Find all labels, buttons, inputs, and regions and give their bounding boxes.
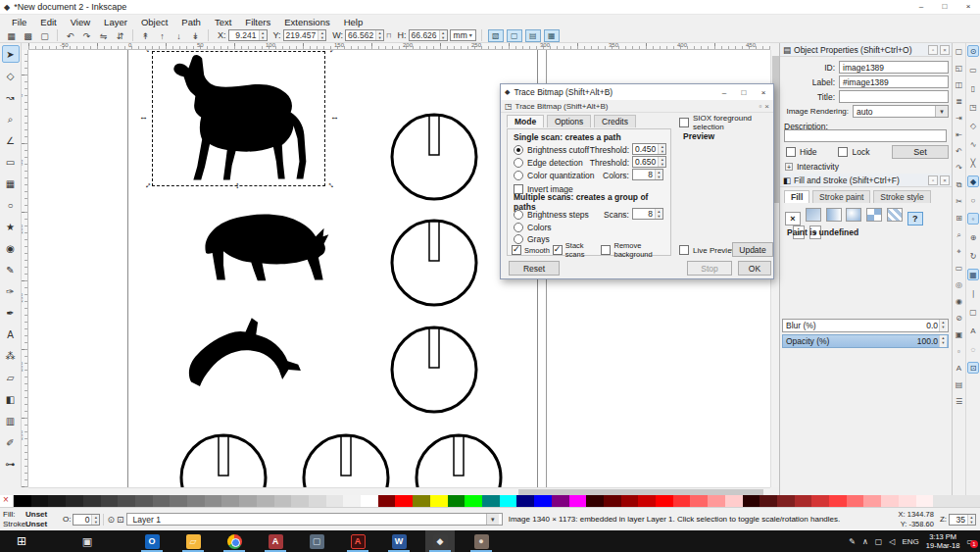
opacity-slider[interactable]: Opacity (%) 100.0 ▴▾ xyxy=(782,334,949,348)
palette-swatch-32[interactable] xyxy=(569,495,587,507)
menu-view[interactable]: View xyxy=(65,16,96,28)
bucket-fill-tool[interactable]: ◧ xyxy=(2,390,20,408)
taskbar-app-inkscape[interactable]: ◆ xyxy=(425,530,455,552)
snap-text-baseline-icon[interactable]: A xyxy=(967,325,979,336)
snap-center-icon[interactable]: ⊕ xyxy=(967,231,979,243)
minimize-button[interactable]: – xyxy=(714,85,734,100)
network-icon[interactable]: ▢ xyxy=(875,537,883,546)
zoom-page-icon[interactable]: ▭ xyxy=(954,262,965,274)
star-tool[interactable]: ★ xyxy=(2,218,20,235)
taskbar-app-word[interactable]: W xyxy=(384,530,414,552)
redo-icon[interactable]: ↷ xyxy=(954,162,965,174)
gradient-tool[interactable]: ▥ xyxy=(2,412,20,429)
palette-swatch-49[interactable] xyxy=(863,495,881,507)
horizontal-scrollbar[interactable] xyxy=(28,487,770,495)
palette-swatch-44[interactable] xyxy=(777,495,795,507)
remove-background-checkbox[interactable] xyxy=(601,245,611,255)
snap-node-icon[interactable]: ◇ xyxy=(967,120,979,131)
palette-swatch-9[interactable] xyxy=(170,495,187,507)
live-preview-checkbox[interactable] xyxy=(679,245,689,255)
select-all-layers-button[interactable]: ▩ xyxy=(21,29,35,42)
taskbar-app-acrobat[interactable]: A xyxy=(343,530,372,552)
image-rendering-select[interactable]: auto ▾ xyxy=(853,105,949,118)
menu-file[interactable]: File xyxy=(6,16,32,28)
palette-swatch-15[interactable] xyxy=(274,495,292,507)
snap-others-icon[interactable]: ◌ xyxy=(967,343,979,355)
object-opacity-spinbox[interactable]: 0 ▴▾ xyxy=(73,514,100,526)
object-properties-header[interactable]: ▤ Object Properties (Shift+Ctrl+O) ▫× xyxy=(780,43,953,57)
palette-swatch-37[interactable] xyxy=(656,495,673,507)
palette-swatch-48[interactable] xyxy=(847,495,864,507)
smooth-checkbox[interactable] xyxy=(512,245,521,255)
no-paint-button[interactable]: × xyxy=(785,212,801,226)
spray-tool[interactable]: ⁂ xyxy=(2,347,20,365)
rectangle-tool[interactable]: ▭ xyxy=(2,153,20,171)
dock-float-icon[interactable]: ▫ xyxy=(759,102,761,111)
snap-guide-icon[interactable]: ∣ xyxy=(967,287,979,299)
layer-select[interactable]: Layer 1 ▾ xyxy=(126,513,503,526)
palette-swatch-40[interactable] xyxy=(708,495,725,507)
group-icon[interactable]: ▣ xyxy=(954,328,965,340)
import-icon[interactable]: ⇥ xyxy=(954,112,965,124)
label-field[interactable]: #image1389 xyxy=(839,75,949,88)
tab-stroke-style[interactable]: Stroke style xyxy=(873,190,930,203)
menu-filters[interactable]: Filters xyxy=(239,16,276,28)
hide-checkbox[interactable] xyxy=(786,147,796,157)
taskbar-app-file-explorer[interactable]: ▱ xyxy=(178,530,208,552)
palette-swatch-17[interactable] xyxy=(309,495,326,507)
save-icon[interactable]: ◫ xyxy=(954,78,965,90)
scale-gradients-toggle[interactable]: ▤ xyxy=(525,29,541,42)
taskbar-app-chrome[interactable] xyxy=(220,530,249,552)
palette-swatch-18[interactable] xyxy=(326,495,344,507)
brightness-steps-radio[interactable] xyxy=(514,210,523,220)
node-tool[interactable]: ◇ xyxy=(2,67,20,84)
palette-swatch-39[interactable] xyxy=(690,495,708,507)
menu-text[interactable]: Text xyxy=(209,16,237,28)
spiral-tool[interactable]: ◉ xyxy=(2,239,20,257)
brightness-cutoff-radio[interactable] xyxy=(514,145,523,155)
stack-scans-checkbox[interactable] xyxy=(553,245,563,255)
snap-enable-icon[interactable]: ⊙ xyxy=(967,45,979,57)
layer-visibility-icon[interactable]: ⊙ xyxy=(107,515,115,525)
palette-swatch-50[interactable] xyxy=(881,495,899,507)
description-field[interactable] xyxy=(784,129,947,142)
maximize-button[interactable]: □ xyxy=(734,85,754,100)
zoom-spinbox[interactable]: 35 ▴▾ xyxy=(949,514,976,526)
menu-extensions[interactable]: Extensions xyxy=(278,16,335,28)
windows-ink-icon[interactable]: ✎ xyxy=(849,537,856,546)
wheel-shape[interactable] xyxy=(304,435,388,487)
palette-swatch-16[interactable] xyxy=(291,495,309,507)
palette-swatch-38[interactable] xyxy=(673,495,691,507)
palette-swatch-12[interactable] xyxy=(221,495,239,507)
palette-swatch-24[interactable] xyxy=(430,495,448,507)
select-all-button[interactable]: ▦ xyxy=(4,29,19,42)
palette-swatch-2[interactable] xyxy=(48,495,66,507)
deselect-button[interactable]: ▢ xyxy=(37,29,52,42)
unknown-paint-button[interactable]: ? xyxy=(907,212,923,226)
zoom-drawing-icon[interactable]: ⌖ xyxy=(954,245,965,257)
wheel-shape[interactable] xyxy=(416,435,501,487)
tray-expand-icon[interactable]: ∧ xyxy=(862,537,868,546)
palette-swatch-28[interactable] xyxy=(500,495,517,507)
threshold-spinbox[interactable]: 0.450▴▾ xyxy=(632,143,666,155)
open-document-icon[interactable]: ◱ xyxy=(954,62,965,74)
palette-swatch-14[interactable] xyxy=(257,495,274,507)
spin-arrows[interactable]: ▴▾ xyxy=(439,30,447,40)
undo-icon[interactable]: ↶ xyxy=(954,145,965,157)
palette-swatch-27[interactable] xyxy=(482,495,500,507)
snap-bbox-edge-icon[interactable]: ▯ xyxy=(967,82,979,94)
maximize-button[interactable]: □ xyxy=(933,0,956,14)
snap-page-border-icon[interactable]: ▢ xyxy=(967,306,979,318)
color-quantization-radio[interactable] xyxy=(514,171,523,180)
trace-dialog-titlebar[interactable]: ◆ Trace Bitmap (Shift+Alt+B) – □ × xyxy=(501,84,773,100)
rotate-ccw-button[interactable]: ↶ xyxy=(63,29,77,42)
flat-color-button[interactable] xyxy=(806,208,821,222)
palette-swatch-6[interactable] xyxy=(118,495,135,507)
print-icon[interactable]: ≣ xyxy=(954,95,965,107)
vertical-ruler[interactable]: 050100150200250 xyxy=(22,50,28,487)
tweak-tool[interactable]: ↝ xyxy=(2,88,20,106)
start-button[interactable]: ⊞ xyxy=(0,530,43,552)
snap-rotation-center-icon[interactable]: ↻ xyxy=(967,250,979,262)
document-properties-icon[interactable]: ☰ xyxy=(954,395,965,407)
tab-stroke-paint[interactable]: Stroke paint xyxy=(812,190,870,203)
